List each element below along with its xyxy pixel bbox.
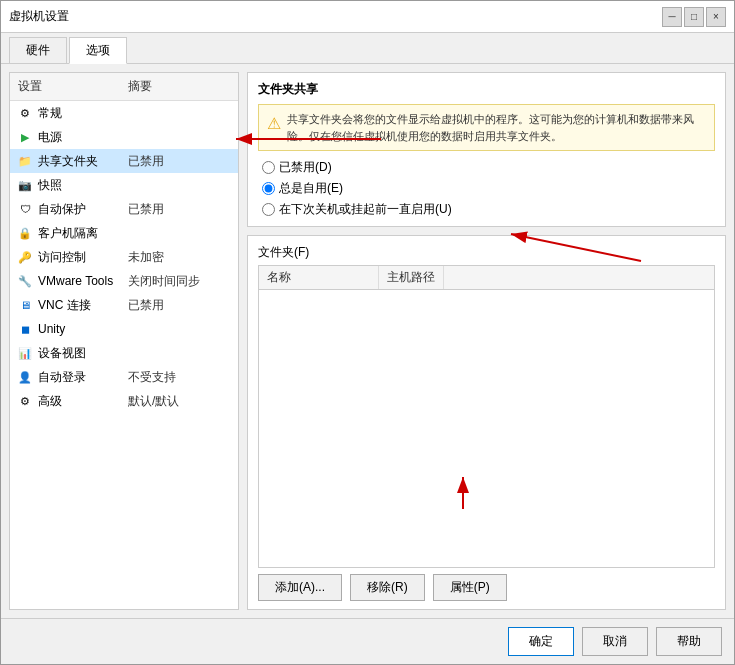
settings-item-label: 自动登录 xyxy=(38,369,128,386)
devicesview-icon: 📊 xyxy=(16,344,34,362)
settings-item-shared-folder[interactable]: 📁 共享文件夹 已禁用 xyxy=(10,149,238,173)
virtual-machine-settings-dialog: 虚拟机设置 ─ □ × 硬件 选项 设置 摘要 ⚙ 常规 xyxy=(0,0,735,665)
general-icon: ⚙ xyxy=(16,104,34,122)
settings-item-devicesview[interactable]: 📊 设备视图 xyxy=(10,341,238,365)
settings-item-autoprotect[interactable]: 🛡 自动保护 已禁用 xyxy=(10,197,238,221)
settings-item-label: 电源 xyxy=(38,129,128,146)
vmwaretools-icon: 🔧 xyxy=(16,272,34,290)
settings-item-general[interactable]: ⚙ 常规 xyxy=(10,101,238,125)
ok-button[interactable]: 确定 xyxy=(508,627,574,656)
settings-item-label: 共享文件夹 xyxy=(38,153,128,170)
settings-item-vnc[interactable]: 🖥 VNC 连接 已禁用 xyxy=(10,293,238,317)
settings-item-access[interactable]: 🔑 访问控制 未加密 xyxy=(10,245,238,269)
radio-disabled-input[interactable] xyxy=(262,161,275,174)
dialog-title: 虚拟机设置 xyxy=(9,8,69,25)
settings-item-summary: 已禁用 xyxy=(128,153,232,170)
radio-always[interactable]: 总是自用(E) xyxy=(262,180,715,197)
radio-until-poweroff[interactable]: 在下次关机或挂起前一直启用(U) xyxy=(262,201,715,218)
maximize-button[interactable]: □ xyxy=(684,7,704,27)
settings-item-label: 客户机隔离 xyxy=(38,225,128,242)
left-panel: 设置 摘要 ⚙ 常规 ▶ 电源 📁 共享 xyxy=(9,72,239,610)
settings-item-isolation[interactable]: 🔒 客户机隔离 xyxy=(10,221,238,245)
shared-folder-icon: 📁 xyxy=(16,152,34,170)
power-icon: ▶ xyxy=(16,128,34,146)
properties-button[interactable]: 属性(P) xyxy=(433,574,507,601)
right-panel: 文件夹共享 ⚠ 共享文件夹会将您的文件显示给虚拟机中的程序。这可能为您的计算机和… xyxy=(247,72,726,610)
vnc-icon: 🖥 xyxy=(16,296,34,314)
settings-item-label: 设备视图 xyxy=(38,345,128,362)
autologin-icon: 👤 xyxy=(16,368,34,386)
settings-item-power[interactable]: ▶ 电源 xyxy=(10,125,238,149)
settings-item-snapshot[interactable]: 📷 快照 xyxy=(10,173,238,197)
access-icon: 🔑 xyxy=(16,248,34,266)
tab-bar: 硬件 选项 xyxy=(1,33,734,64)
summary-column-header: 摘要 xyxy=(120,76,160,97)
radio-disabled[interactable]: 已禁用(D) xyxy=(262,159,715,176)
remove-button[interactable]: 移除(R) xyxy=(350,574,425,601)
help-button[interactable]: 帮助 xyxy=(656,627,722,656)
title-bar: 虚拟机设置 ─ □ × xyxy=(1,1,734,33)
settings-item-label: 快照 xyxy=(38,177,128,194)
warning-text: 共享文件夹会将您的文件显示给虚拟机中的程序。这可能为您的计算机和数据带来风险。仅… xyxy=(287,111,706,144)
folders-table-body xyxy=(259,290,714,410)
file-sharing-title: 文件夹共享 xyxy=(258,81,715,98)
settings-item-summary: 不受支持 xyxy=(128,369,232,386)
close-button[interactable]: × xyxy=(706,7,726,27)
snapshot-icon: 📷 xyxy=(16,176,34,194)
settings-item-label: Unity xyxy=(38,322,128,336)
cancel-button[interactable]: 取消 xyxy=(582,627,648,656)
advanced-icon: ⚙ xyxy=(16,392,34,410)
settings-item-vmwaretools[interactable]: 🔧 VMware Tools 关闭时间同步 xyxy=(10,269,238,293)
settings-item-summary: 默认/默认 xyxy=(128,393,232,410)
sharing-mode-radio-group: 已禁用(D) 总是自用(E) 在下次关机或挂起前一直启用(U) xyxy=(258,159,715,218)
dialog-footer: 确定 取消 帮助 xyxy=(1,618,734,664)
warning-icon: ⚠ xyxy=(267,112,281,144)
radio-until-poweroff-label: 在下次关机或挂起前一直启用(U) xyxy=(279,201,452,218)
settings-item-unity[interactable]: ◼ Unity xyxy=(10,317,238,341)
folders-table-header: 名称 主机路径 xyxy=(259,266,714,290)
content-area: 设置 摘要 ⚙ 常规 ▶ 电源 📁 共享 xyxy=(1,64,734,618)
tab-hardware[interactable]: 硬件 xyxy=(9,37,67,63)
settings-item-label: 常规 xyxy=(38,105,128,122)
settings-column-header: 设置 xyxy=(10,76,120,97)
radio-disabled-label: 已禁用(D) xyxy=(279,159,332,176)
settings-item-label: 自动保护 xyxy=(38,201,128,218)
folder-buttons: 添加(A)... 移除(R) 属性(P) xyxy=(258,574,715,601)
file-sharing-section: 文件夹共享 ⚠ 共享文件夹会将您的文件显示给虚拟机中的程序。这可能为您的计算机和… xyxy=(247,72,726,227)
host-path-column-header: 主机路径 xyxy=(379,266,444,289)
unity-icon: ◼ xyxy=(16,320,34,338)
tab-options[interactable]: 选项 xyxy=(69,37,127,64)
radio-until-poweroff-input[interactable] xyxy=(262,203,275,216)
folders-section: 文件夹(F) 名称 主机路径 添加(A)... 移除(R) 属性(P) xyxy=(247,235,726,610)
settings-item-label: 高级 xyxy=(38,393,128,410)
settings-item-summary: 已禁用 xyxy=(128,201,232,218)
settings-item-label: 访问控制 xyxy=(38,249,128,266)
left-panel-header: 设置 摘要 xyxy=(10,73,238,101)
minimize-button[interactable]: ─ xyxy=(662,7,682,27)
name-column-header: 名称 xyxy=(259,266,379,289)
isolation-icon: 🔒 xyxy=(16,224,34,242)
folders-table: 名称 主机路径 xyxy=(258,265,715,568)
folders-label: 文件夹(F) xyxy=(258,244,715,261)
settings-list: ⚙ 常规 ▶ 电源 📁 共享文件夹 已禁用 � xyxy=(10,101,238,609)
radio-always-input[interactable] xyxy=(262,182,275,195)
radio-always-label: 总是自用(E) xyxy=(279,180,343,197)
settings-item-summary: 关闭时间同步 xyxy=(128,273,232,290)
title-bar-controls: ─ □ × xyxy=(662,7,726,27)
warning-box: ⚠ 共享文件夹会将您的文件显示给虚拟机中的程序。这可能为您的计算机和数据带来风险… xyxy=(258,104,715,151)
settings-item-label: VNC 连接 xyxy=(38,297,128,314)
settings-item-advanced[interactable]: ⚙ 高级 默认/默认 xyxy=(10,389,238,413)
settings-item-autologin[interactable]: 👤 自动登录 不受支持 xyxy=(10,365,238,389)
add-button[interactable]: 添加(A)... xyxy=(258,574,342,601)
settings-item-summary: 已禁用 xyxy=(128,297,232,314)
settings-item-summary: 未加密 xyxy=(128,249,232,266)
autoprotect-icon: 🛡 xyxy=(16,200,34,218)
settings-item-label: VMware Tools xyxy=(38,274,128,288)
